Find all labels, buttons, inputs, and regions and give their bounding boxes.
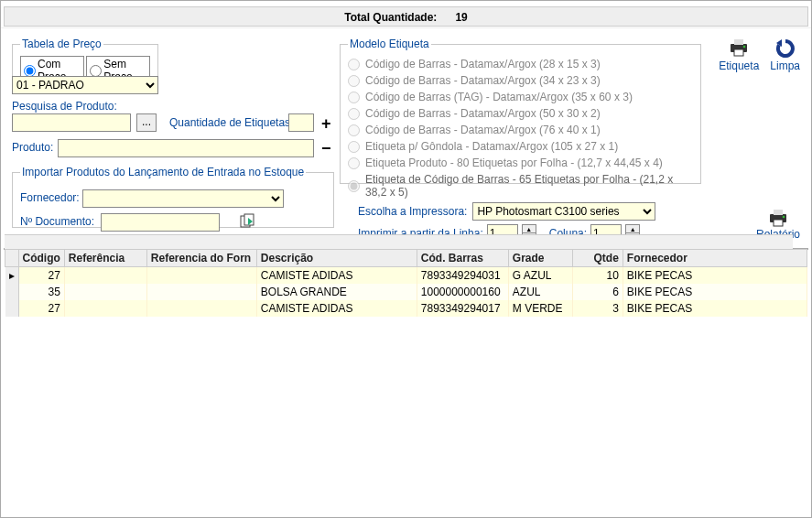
svg-point-5 [743,46,746,49]
grid-header-cell[interactable]: Referencia do Forn [146,250,256,267]
model-option[interactable]: Código de Barras (TAG) - Datamax/Argox (… [348,91,693,103]
grid-header-cell[interactable]: Grade [508,250,572,267]
product-grid[interactable]: CódigoReferênciaReferencia do FornDescri… [4,248,808,250]
etiqueta-button[interactable]: Etiqueta [719,38,759,72]
footer-bar: Total Quantidade: 19 [4,6,808,27]
svg-rect-4 [734,49,743,56]
price-table-select[interactable]: 01 - PADRAO [12,76,158,94]
limpa-button[interactable]: Limpa [770,38,800,72]
import-fieldset: Importar Produtos do Lançamento de Entra… [12,166,334,228]
model-option[interactable]: Código de Barras - Datamax/Argox (34 x 2… [348,74,693,87]
produto-input[interactable] [58,139,314,157]
produto-label: Produto: [12,141,53,154]
product-browse-button[interactable]: ... [136,113,157,132]
product-search-input[interactable] [12,113,131,132]
svg-rect-7 [774,210,783,215]
plus-icon[interactable]: + [321,114,331,134]
grid-header-cell[interactable]: Referência [64,250,146,267]
model-option[interactable]: Etiqueta Produto - 80 Etiquetas por Folh… [348,156,693,169]
import-doc-icon[interactable] [240,213,256,232]
printer-icon [728,38,750,58]
model-option[interactable]: Código de Barras - Datamax/Argox (50 x 3… [348,107,693,120]
grid-header-cell[interactable] [5,250,19,267]
grid-header-cell[interactable]: Qtde [572,250,623,267]
table-row[interactable]: 27CAMISTE ADIDAS7893349294017M VERDE3BIK… [5,300,807,317]
documento-input[interactable] [101,213,220,232]
model-option[interactable]: Código de Barras - Datamax/Argox (28 x 1… [348,58,693,70]
svg-point-9 [783,216,785,219]
minus-icon[interactable]: − [321,139,331,158]
model-legend: Modelo Etiqueta [348,38,431,50]
grid-header-cell[interactable]: Código [18,250,64,267]
horizontal-scrollbar[interactable] [5,234,793,249]
svg-rect-3 [734,39,743,45]
model-option[interactable]: Etiqueta de Código de Barras - 65 Etique… [348,173,693,199]
documento-label: Nº Documento: [20,215,94,228]
fornecedor-select[interactable] [82,189,284,208]
undo-icon [774,38,796,58]
qty-label: Quantidade de Etiquetas: [169,116,293,129]
svg-rect-8 [774,220,783,226]
footer-label: Total Quantidade: [344,11,437,24]
import-legend: Importar Produtos do Lançamento de Entra… [20,166,306,178]
model-option[interactable]: Etiqueta p/ Gôndola - Datamax/Argox (105… [348,140,693,153]
printer-label: Escolha a Impressora: [358,205,467,218]
grid-header-row: CódigoReferênciaReferencia do FornDescri… [5,250,807,267]
price-table-legend: Tabela de Preço [20,38,103,50]
grid-header-cell[interactable]: Fornecedor [623,250,807,267]
printer-icon [767,208,789,228]
qty-input[interactable] [288,113,314,132]
model-option[interactable]: Código de Barras - Datamax/Argox (76 x 4… [348,124,693,136]
table-row[interactable]: 35BOLSA GRANDE1000000000160AZUL6BIKE PEC… [5,284,807,300]
table-row[interactable]: ▸27CAMISTE ADIDAS7893349294031G AZUL10BI… [5,267,807,285]
grid-header-cell[interactable]: Cód. Barras [417,250,508,267]
fornecedor-label: Fornecedor: [20,191,80,204]
search-label: Pesquisa de Produto: [12,100,117,113]
printer-select[interactable]: HP Photosmart C3100 series [472,202,655,221]
grid-header-cell[interactable]: Descrição [256,250,417,267]
model-fieldset: Modelo Etiqueta Código de Barras - Datam… [340,38,701,184]
footer-value: 19 [455,11,467,24]
